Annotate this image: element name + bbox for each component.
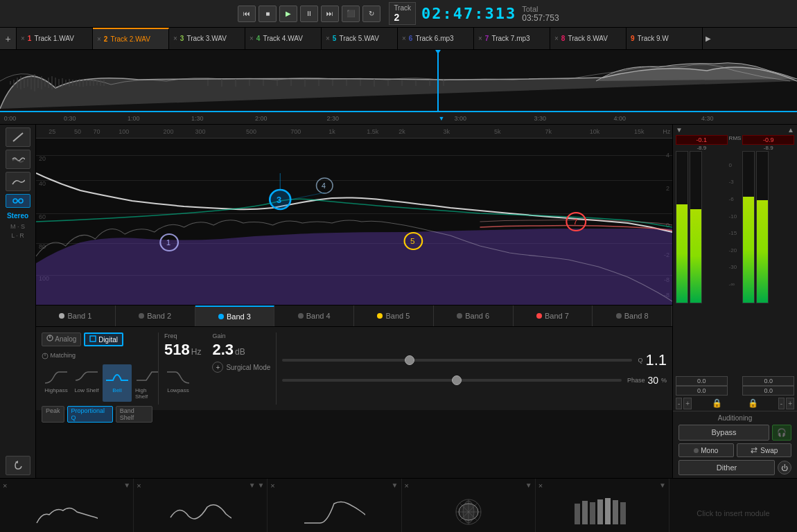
module-close-max[interactable]: × — [538, 481, 543, 490]
analog-btn[interactable]: Analog — [42, 332, 81, 346]
band-tab-5[interactable]: Band 5 — [354, 305, 434, 326]
undo-btn[interactable] — [6, 456, 30, 475]
tab-close-6[interactable]: × — [402, 35, 406, 42]
highpass-btn[interactable]: Highpass — [42, 364, 71, 402]
time-ruler: 0:00 0:30 1:00 1:30 2:00 2:30 ▼ 3:00 3:3… — [0, 112, 797, 125]
module-close-img[interactable]: × — [405, 481, 409, 490]
module-close-eq[interactable]: × — [3, 481, 7, 490]
tab-close-8[interactable]: × — [554, 35, 559, 42]
time-330: 3:30 — [534, 115, 547, 122]
track-tab-3[interactable]: × 3 Track 3.WAV — [169, 28, 245, 49]
phase-slider[interactable] — [282, 379, 622, 382]
tab-close-4[interactable]: × — [249, 35, 254, 42]
meter-plus-btn[interactable]: + — [683, 398, 692, 409]
time-430: 4:30 — [701, 115, 714, 122]
meter-right-group: -0.9 -8.9 0.0 0.0 — [742, 135, 794, 396]
meter-minus-btn-r[interactable]: - — [778, 398, 785, 409]
tab-close-3[interactable]: × — [173, 35, 177, 42]
band-tab-2[interactable]: Band 2 — [116, 305, 195, 326]
tab-close-7[interactable]: × — [478, 35, 482, 42]
add-track-btn[interactable]: + — [0, 28, 17, 49]
prop-q-btn[interactable]: Proportional Q — [67, 406, 113, 423]
btn-loop[interactable]: ↻ — [362, 6, 380, 22]
btn-ffwd[interactable]: ⏭ — [321, 6, 339, 22]
svg-point-7 — [160, 234, 178, 251]
meter-nav-down[interactable]: ▼ — [676, 126, 683, 134]
transport-bar: ⏮ ■ ▶ ⏸ ⏭ ⬛ ↻ Track 2 02:47:313 Total 03… — [0, 0, 797, 28]
band-tab-3[interactable]: Band 3 — [195, 305, 275, 326]
eq-mini-svg — [35, 497, 98, 527]
track-tab-6[interactable]: × 6 Track 6.mp3 — [398, 28, 474, 49]
peak-btn[interactable]: Peak — [42, 406, 64, 423]
bypass-row: Bypass 🎧 — [678, 425, 791, 441]
module-imager: × ▼ ⏻ Imager S — [402, 479, 536, 532]
meter-nav-up[interactable]: ▲ — [787, 126, 794, 134]
track-tab-1[interactable]: × 1 Track 1.WAV — [17, 28, 93, 49]
track-tab-8[interactable]: × 8 Track 8.WAV — [550, 28, 627, 49]
btn-rewind[interactable]: ⏮ — [238, 6, 256, 22]
track-tab-2[interactable]: × 2 Track 2.WAV — [93, 28, 169, 49]
wave-tool-btn[interactable] — [6, 150, 30, 169]
q-thumb[interactable] — [405, 355, 414, 365]
band-tab-1[interactable]: Band 1 — [36, 305, 116, 326]
meter-plus-btn-r[interactable]: + — [786, 398, 794, 409]
stereo-btn[interactable] — [6, 194, 30, 208]
smooth-tool-btn[interactable] — [6, 172, 30, 191]
tracks-scroll-right[interactable]: ▶ — [703, 28, 714, 49]
channel-mode: M · SL · R — [10, 222, 25, 240]
svg-text:1: 1 — [166, 238, 171, 247]
tab-close-1[interactable]: × — [21, 35, 25, 42]
svg-rect-33 — [590, 502, 595, 524]
headphones-btn[interactable]: 🎧 — [772, 425, 791, 441]
btn-pause[interactable]: ⏸ — [300, 6, 318, 22]
module-close-exc[interactable]: × — [137, 481, 141, 490]
link-icon — [12, 197, 24, 205]
svg-rect-32 — [582, 501, 588, 524]
lock-icon-right[interactable]: 🔒 — [742, 397, 764, 409]
lock-icon-left[interactable]: 🔒 — [706, 397, 728, 409]
meter-minus-btn[interactable]: - — [676, 398, 682, 409]
band-tab-4[interactable]: Band 4 — [274, 305, 354, 326]
band-tab-7[interactable]: Band 7 — [514, 305, 593, 326]
band-shelf-btn[interactable]: Band Shelf — [116, 406, 152, 423]
digital-btn[interactable]: Digital — [84, 332, 123, 346]
mono-swap-row: Mono Swap — [678, 443, 791, 457]
phase-thumb[interactable] — [452, 375, 462, 385]
mono-btn[interactable]: Mono — [678, 443, 734, 457]
q-slider[interactable] — [282, 359, 632, 362]
q-value: 1.1 — [645, 351, 667, 369]
module-settings-exc[interactable]: ▼ ▼ — [249, 481, 265, 489]
module-settings-eq[interactable]: ▼ — [123, 481, 130, 489]
dither-btn[interactable]: Dither — [678, 460, 775, 475]
track-tab-5[interactable]: × 5 Track 5.WAV — [322, 28, 398, 49]
highpass-icon — [44, 366, 69, 386]
module-settings-max[interactable]: ▼ — [659, 481, 666, 489]
line-tool-btn[interactable] — [6, 127, 30, 147]
track-tab-7[interactable]: × 7 Track 7.mp3 — [474, 28, 550, 49]
band-tab-6[interactable]: Band 6 — [434, 305, 514, 326]
track-tab-4[interactable]: × 4 Track 4.WAV — [245, 28, 322, 49]
bypass-btn[interactable]: Bypass — [678, 425, 769, 441]
waveform-container[interactable] — [0, 50, 797, 112]
btn-stop[interactable]: ■ — [259, 6, 277, 22]
highshelf-icon — [135, 366, 160, 386]
module-close-dyn[interactable]: × — [270, 481, 274, 490]
tab-close-2[interactable]: × — [97, 35, 101, 43]
band-tab-8[interactable]: Band 8 — [593, 305, 672, 326]
track-tab-9[interactable]: 9 Track 9.W — [627, 28, 703, 49]
lowshelf-btn[interactable]: Low Shelf — [72, 364, 101, 402]
module-settings-img[interactable]: ▼ — [525, 481, 532, 489]
surgical-mode-btn[interactable]: + Surgical Mode — [212, 362, 270, 373]
btn-play[interactable]: ▶ — [279, 6, 297, 22]
eq-graph[interactable]: 20 40 60 80 100 4 2 0 -2 -8 -8 — [36, 139, 672, 305]
btn-record[interactable]: ⬛ — [342, 6, 360, 22]
imager-mini-waveform — [405, 491, 532, 532]
transport-info: Track 2 02:47:313 Total 03:57:753 — [389, 2, 559, 25]
insert-module-slot[interactable]: Click to insert module — [669, 479, 797, 532]
module-equalizer: × ▼ ⏻ Equalizer S — [0, 479, 134, 532]
swap-btn[interactable]: Swap — [737, 443, 792, 457]
bell-btn[interactable]: Bell — [103, 364, 132, 402]
dither-power-btn[interactable]: ⏻ — [778, 461, 791, 475]
module-settings-dyn[interactable]: ▼ — [392, 481, 398, 489]
tab-close-5[interactable]: × — [326, 35, 330, 42]
